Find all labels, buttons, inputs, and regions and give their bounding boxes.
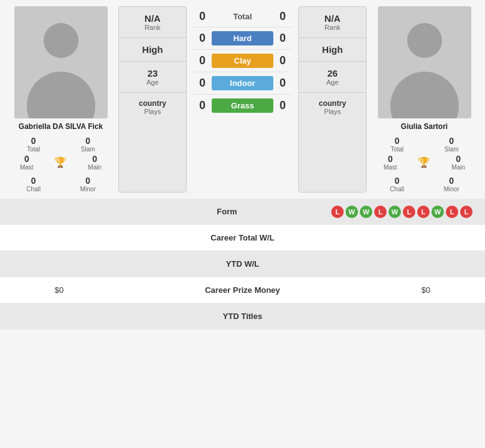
grass-score-p1: 0 <box>193 99 212 112</box>
career-wl-row: Career Total W/L <box>0 225 485 251</box>
player1-rank-row: N/A Rank <box>119 7 186 38</box>
hard-score-row: 0 Hard 0 <box>193 27 292 50</box>
player1-plays-row: country Plays <box>119 93 186 122</box>
player2-chall-cell: 0 Chall <box>373 176 421 193</box>
player1-slam-cell: 0 Slam <box>64 136 113 153</box>
hard-score-p1: 0 <box>193 32 212 45</box>
player1-bottom-stats: 0 Chall 0 Minor <box>6 176 115 193</box>
player1-chall-value: 0 <box>9 176 58 186</box>
bottom-stats: Form LWWLWLLWLL Career Total W/L YTD W/L… <box>0 199 485 330</box>
player2-slam-cell: 0 Slam <box>428 136 476 153</box>
player2-bottom-stats: 0 Chall 0 Minor <box>370 176 479 193</box>
player2-country-alt: country <box>319 99 346 108</box>
player1-minor-label: Minor <box>64 186 113 193</box>
ytd-titles-label: YTD Titles <box>12 312 473 321</box>
player1-slam-value: 0 <box>64 136 113 146</box>
player1-country-alt: country <box>139 99 166 108</box>
indoor-score-p2: 0 <box>273 77 292 90</box>
player1-plays-value: country <box>122 99 183 108</box>
prize-p2: $0 <box>379 285 473 295</box>
player2-high-value: High <box>302 44 363 55</box>
player2-panel: N/A Rank High 26 Age country Plays <box>298 6 367 193</box>
player2-slam-label: Slam <box>428 146 476 153</box>
player2-chall-value: 0 <box>373 176 421 186</box>
player2-total-cell: 0 Total <box>373 136 421 153</box>
main-container: Gabriella DA SILVA Fick 0 Total 0 Slam 0… <box>0 0 485 330</box>
player1-plays-label: Plays <box>122 108 183 115</box>
player2-stats: 0 Total 0 Slam <box>370 136 479 153</box>
clay-score-p1: 0 <box>193 54 212 67</box>
player2-mast-cell: 0 Mast <box>384 154 397 171</box>
player1-age-label: Age <box>122 79 183 86</box>
form-badge-w: W <box>360 206 372 218</box>
player2-minor-value: 0 <box>428 176 476 186</box>
player2-minor-label: Minor <box>428 186 476 193</box>
indoor-surface-btn: Indoor <box>212 76 273 90</box>
player2-main-value: 0 <box>451 154 465 164</box>
player2-main-cell: 0 Main <box>451 154 465 171</box>
form-badge-w: W <box>346 206 358 218</box>
indoor-score-p1: 0 <box>193 77 212 90</box>
player2-rank-row: N/A Rank <box>299 7 366 38</box>
player2-slam-value: 0 <box>428 136 476 146</box>
player2-trophy-row: 0 Mast 🏆 0 Main <box>370 154 479 171</box>
form-badge-l: L <box>331 206 344 218</box>
hard-score-p2: 0 <box>273 32 292 45</box>
player1-minor-value: 0 <box>64 176 113 186</box>
player2-trophy-icon: 🏆 <box>418 156 430 168</box>
player2-mast-value: 0 <box>384 154 397 164</box>
player2-high-row: High <box>299 38 366 62</box>
player2-silhouette <box>378 6 471 118</box>
prize-p1: $0 <box>12 285 106 295</box>
clay-score-row: 0 Clay 0 <box>193 50 292 72</box>
total-score-p1: 0 <box>193 10 212 23</box>
player1-main-cell: 0 Main <box>88 154 101 171</box>
hard-surface-btn: Hard <box>212 31 273 45</box>
player1-photo <box>14 6 108 118</box>
form-badge-l: L <box>417 206 430 218</box>
player1-total-label: Total <box>9 146 58 153</box>
player2-photo <box>378 6 471 118</box>
player2-age-row: 26 Age <box>299 62 366 93</box>
player1-name: Gabriella DA SILVA Fick <box>19 122 103 131</box>
player1-mast-value: 0 <box>20 154 34 164</box>
ytd-wl-label: YTD W/L <box>12 259 473 269</box>
player2-age-value: 26 <box>302 68 363 79</box>
player1-age-row: 23 Age <box>119 62 186 93</box>
total-score-label: Total <box>212 12 273 21</box>
player2-plays-label: Plays <box>302 108 363 115</box>
player2-name: Giulia Sartori <box>401 122 448 131</box>
indoor-score-row: 0 Indoor 0 <box>193 72 292 95</box>
player1-rank-value: N/A <box>122 13 183 24</box>
player1-rank-label: Rank <box>122 24 183 31</box>
player2-card: Giulia Sartori 0 Total 0 Slam 0 Mast 🏆 <box>370 6 479 193</box>
player2-main-label: Main <box>451 164 465 171</box>
player2-plays-row: country Plays <box>299 93 366 122</box>
player1-trophy-row: 0 Mast 🏆 0 Main <box>6 154 115 171</box>
player1-card: Gabriella DA SILVA Fick 0 Total 0 Slam 0… <box>6 6 115 193</box>
grass-score-row: 0 Grass 0 <box>193 95 292 117</box>
svg-point-4 <box>407 23 442 58</box>
clay-surface-btn: Clay <box>212 54 273 68</box>
player1-slam-label: Slam <box>64 146 113 153</box>
career-wl-label: Career Total W/L <box>12 233 473 242</box>
form-badges-container: LWWLWLLWLL <box>317 206 473 218</box>
player2-rank-value: N/A <box>302 13 363 24</box>
player1-main-value: 0 <box>88 154 101 164</box>
form-label: Form <box>137 207 317 216</box>
player2-minor-cell: 0 Minor <box>428 176 476 193</box>
prize-label: Career Prize Money <box>106 285 379 295</box>
form-badge-l: L <box>460 206 473 218</box>
player2-rank-label: Rank <box>302 24 363 31</box>
player2-chall-label: Chall <box>373 186 421 193</box>
player1-total-cell: 0 Total <box>9 136 58 153</box>
grass-score-p2: 0 <box>273 99 292 112</box>
svg-point-1 <box>44 23 78 58</box>
player1-main-label: Main <box>88 164 101 171</box>
player1-total-value: 0 <box>9 136 58 146</box>
player1-silhouette <box>14 6 108 118</box>
form-row: Form LWWLWLLWLL <box>0 199 485 225</box>
player1-chall-label: Chall <box>9 186 58 193</box>
player1-trophy-icon: 🏆 <box>54 156 67 168</box>
form-badge-w: W <box>431 206 444 218</box>
